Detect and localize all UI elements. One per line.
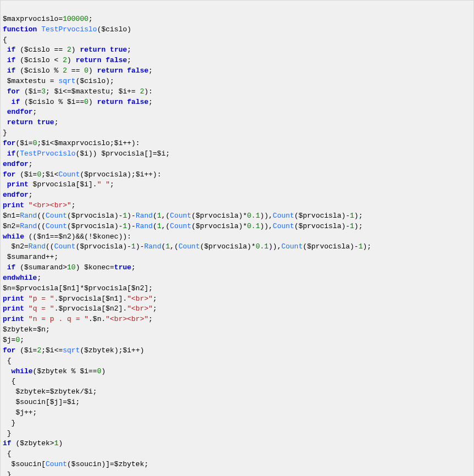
line-15: endfor; (3, 160, 33, 168)
line-10: endfor; (3, 108, 37, 116)
line-43: { (3, 450, 12, 458)
line-33: for ($i=2;$i<=sqrt($zbytek);$i++) (3, 346, 144, 355)
line-01: $maxprvocislo=100000; (3, 15, 93, 23)
line-35: while($zbytek % $i==0) (3, 367, 105, 375)
line-18: endfor; (3, 191, 33, 199)
line-13: for($i=0;$i<$maxprvocislo;$i++): (3, 139, 140, 147)
line-12: } (3, 129, 7, 137)
line-05: if ($cislo < 2) return false; (3, 56, 131, 64)
line-04: if ($cislo == 2) return true; (3, 46, 131, 54)
line-36: { (3, 377, 15, 385)
line-08: for ($i=3; $i<=$maxtestu; $i+= 2): (3, 87, 153, 96)
line-11: return true; (3, 118, 58, 126)
line-14: if(TestPrvocislo($i)) $prvocisla[]=$i; (3, 150, 170, 158)
line-16: for ($i=0;$i<Count($prvocisla);$i++): (3, 170, 161, 179)
line-06: if ($cislo % 2 == 0) return false; (3, 67, 153, 75)
line-22: while (($n1==$n2)&&(!$konec)): (3, 233, 131, 241)
line-44: $soucin[Count($soucin)]=$zbytek; (3, 460, 148, 468)
line-40: } (3, 419, 15, 427)
line-17: print $prvocisla[$i]." "; (3, 180, 114, 189)
line-07: $maxtestu = sqrt($cislo); (3, 77, 114, 85)
line-28: print "p = ".$prvocisla[$n1]."<br>"; (3, 295, 157, 303)
line-20: $n1=Rand((Count($prvocisla)-1)-Rand(1,(C… (3, 212, 363, 220)
line-41: } (3, 429, 12, 438)
line-38: $soucin[$j]=$i; (3, 398, 80, 406)
line-31: $zbytek=$n; (3, 325, 50, 334)
line-42: if ($zbytek>1) (3, 439, 63, 447)
line-25: if ($sumarand>10) $konec=true; (3, 263, 136, 272)
line-02: function TestPrvocislo($cislo) (3, 25, 131, 34)
line-21: $n2=Rand((Count($prvocisla)-1)-Rand(1,(C… (3, 222, 363, 230)
line-39: $j++; (3, 408, 37, 417)
line-24: $sumarand++; (3, 253, 58, 261)
line-03: { (3, 36, 7, 44)
line-37: $zbytek=$zbytek/$i; (3, 388, 97, 396)
line-34: { (3, 357, 12, 365)
line-09: if ($cislo % $i==0) return false; (3, 98, 153, 106)
line-19: print "<br><br>"; (3, 201, 76, 209)
line-45: } (3, 471, 12, 476)
line-29: print "q = ".$prvocisla[$n2]."<br>"; (3, 305, 157, 313)
code-block: $maxprvocislo=100000; function TestPrvoc… (0, 0, 474, 476)
line-32: $j=0; (3, 336, 24, 344)
line-26: endwhile; (3, 274, 41, 282)
line-27: $n=$prvocisla[$n1]*$prvocisla[$n2]; (3, 284, 153, 292)
line-30: print "n = p . q = ".$n."<br><br>"; (3, 315, 153, 323)
line-23: $n2=Rand((Count($prvocisla)-1)-Rand(1,(C… (3, 242, 371, 251)
